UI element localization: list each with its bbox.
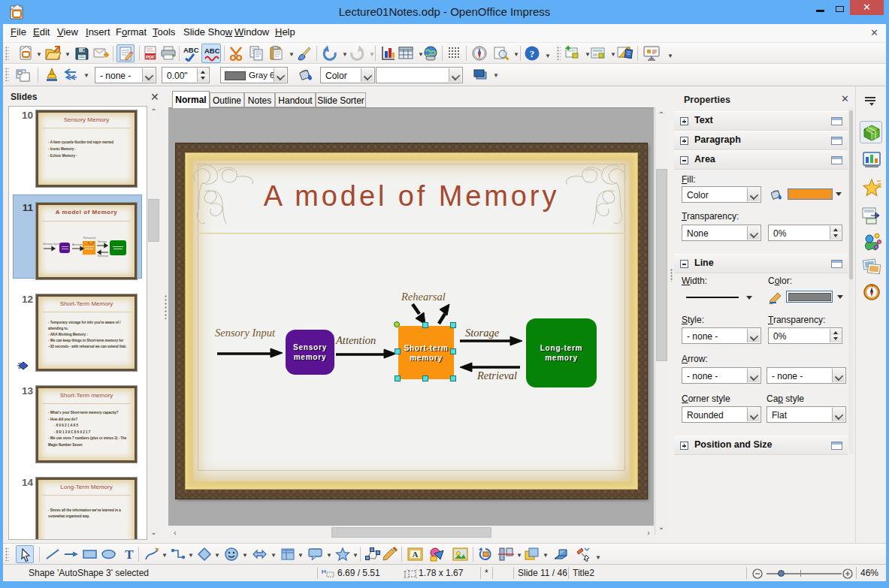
- svg-text:Attention: Attention: [72, 243, 83, 246]
- svg-text:Storage: Storage: [98, 240, 107, 243]
- svg-text:Rehearsal: Rehearsal: [83, 237, 95, 240]
- svg-text:?: ?: [530, 48, 535, 59]
- svg-text:Sensory Input: Sensory Input: [43, 243, 59, 246]
- svg-text:PDF: PDF: [146, 55, 155, 59]
- svg-text:T: T: [125, 547, 134, 562]
- svg-text:ABC: ABC: [183, 46, 199, 54]
- svg-text:A: A: [413, 550, 419, 559]
- svg-text:ABC: ABC: [204, 47, 220, 55]
- svg-text:N: N: [870, 283, 873, 288]
- svg-text:Retrieval: Retrieval: [98, 255, 108, 258]
